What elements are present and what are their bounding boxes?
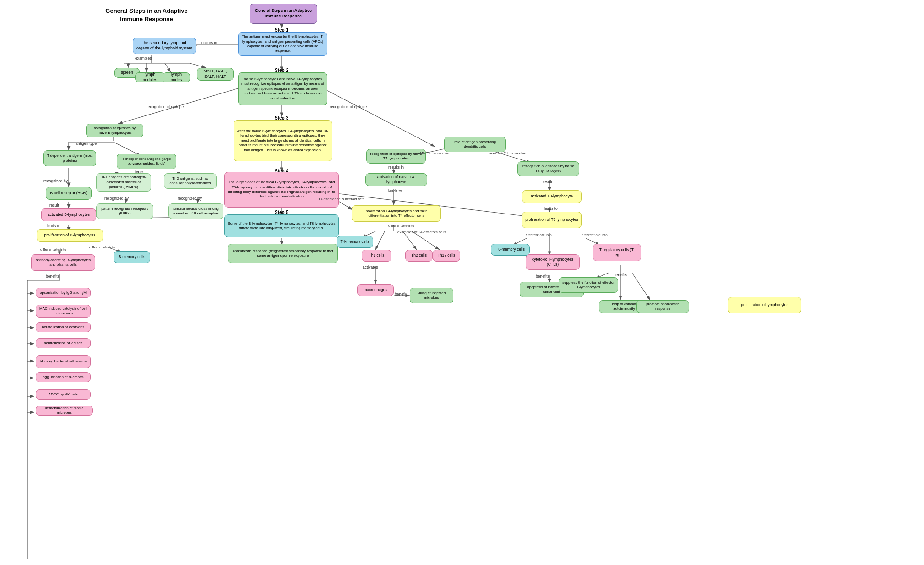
t4-effector-interact-label: T4 effector cells interact with bbox=[318, 197, 364, 201]
memory-cells-text-node: Some of the B-lymphocytes, T4-lymphocyte… bbox=[224, 214, 339, 237]
uses-mhc1-label: uses MHC-I molecules bbox=[489, 151, 526, 155]
ti2-node: TI-2 antigens, such as capsular polysacc… bbox=[164, 173, 217, 189]
mac-node: MAC-induced cytolysis of cell membranes bbox=[36, 305, 91, 318]
svg-line-12 bbox=[321, 87, 435, 147]
diff-into3-label: differentiate into bbox=[388, 224, 414, 228]
recog-epitope-right-label: recognition of epitope bbox=[330, 104, 367, 109]
leads-to1-label: leads to bbox=[47, 224, 60, 228]
macrophages-node: macrophages bbox=[357, 284, 394, 296]
benefit-label: benefit bbox=[395, 292, 407, 296]
result-label: result bbox=[49, 203, 59, 208]
b-memory-node: B-memory cells bbox=[114, 251, 150, 263]
naive-blymph-node: Naïve B-lymphocytes and naive T4-lymphoc… bbox=[238, 72, 327, 105]
svg-line-51 bbox=[412, 231, 440, 250]
malt-node: MALT, GALT, SALT, NALT bbox=[197, 68, 234, 81]
t-independent-node: T-independent antigens (large polysaccha… bbox=[117, 154, 176, 169]
th1-node: Th1 cells bbox=[362, 250, 391, 262]
th17-node: Th17 cells bbox=[433, 250, 460, 262]
anamnestic-node: anamnestic response (heightened secondar… bbox=[228, 244, 338, 263]
bcr-node: B-cell receptor (BCR) bbox=[46, 187, 92, 200]
svg-line-49 bbox=[375, 231, 385, 250]
suppress-t-node: suppress the function of effector T-lymp… bbox=[559, 277, 618, 293]
activated-t8-node: activated T8-lymphocyte bbox=[522, 190, 582, 203]
neutralization-exotoxins-node: neutralization of exotoxins bbox=[36, 322, 91, 332]
antigen-presenting-dc-node: role of antigen-presenting dendritic cel… bbox=[444, 137, 506, 152]
opsonization-node: opsonization by IgG and IgM bbox=[36, 288, 91, 298]
diff-into4-label: differentiate into bbox=[526, 233, 552, 237]
lymph-nodules-node: lymph nodules bbox=[135, 72, 165, 82]
effector-cells-node: The large clones of identical B-lymphocy… bbox=[224, 172, 339, 208]
leads-to3-label: leads to bbox=[544, 206, 558, 211]
svg-line-7 bbox=[165, 63, 171, 72]
t4-memory-node: T4-memory cells bbox=[337, 236, 373, 248]
th2-node: Th2 cells bbox=[405, 250, 433, 262]
svg-line-67 bbox=[632, 273, 650, 300]
recog-epitope-left-label: recognition of epitope bbox=[147, 104, 184, 109]
antibody-b-node: antibody-secreting B-lymphocytes and pla… bbox=[31, 254, 95, 271]
prolif-t8-node: proliferation of T8 lymphocytes bbox=[522, 212, 582, 228]
results-in-label: results in bbox=[388, 165, 404, 170]
secondary-lymphoid-node: the secondary lymphoid organs of the lym… bbox=[133, 38, 196, 54]
adcc-node: ADCC by NK cells bbox=[36, 389, 91, 400]
prolif-t4-node: proliferation T4-lymphocytes and their d… bbox=[352, 205, 441, 222]
activated-b-node: activated B-lymphocytes bbox=[41, 208, 96, 221]
header-node: General Steps in an Adaptive Immune Resp… bbox=[250, 4, 317, 24]
leads-to2-label: leads to bbox=[388, 189, 402, 193]
page-title: General Steps in an Adaptive Immune Resp… bbox=[96, 7, 197, 23]
benefits3-label: benefits bbox=[614, 273, 627, 277]
immobilization-node: immobilization of motile microbes bbox=[36, 406, 93, 416]
lymph-nodes-node: lymph nodes bbox=[163, 72, 190, 82]
t8-memory-node: T8-memory cells bbox=[491, 244, 530, 256]
t-reg-node: T-regulatory cells (T-reg) bbox=[593, 244, 641, 261]
diff-into2-label: differentiate into bbox=[89, 245, 115, 249]
antigen-encounter-node: The antigen must encounter the B-lymphoc… bbox=[238, 32, 327, 56]
cross-link-node: simultaneously cross-linking a number of… bbox=[168, 203, 223, 219]
ctls-node: cytotoxic T-lymphocytes (CTLs) bbox=[526, 254, 580, 270]
benefits2-label: benefits bbox=[536, 274, 549, 279]
neutralization-viruses-node: neutralization of viruses bbox=[36, 338, 91, 348]
t-dependent-node: T-dependent antigens (most proteins) bbox=[43, 150, 96, 166]
agglutination-node: agglutination of microbes bbox=[36, 372, 91, 382]
result2-label: result bbox=[543, 180, 552, 184]
promote-anamnestic-node: promote anamnestic response bbox=[636, 300, 689, 313]
prolif-b-node: proliferation of B-lymphocytes bbox=[37, 229, 103, 242]
prr-node: pattern-recognition receptors (PRRs) bbox=[96, 203, 153, 219]
recog-by2-label: recognized by bbox=[104, 196, 129, 201]
diff-into5-label: differentiate into bbox=[582, 233, 608, 237]
clonal-expansion-node: After the naïve B-lymphocytes, T4-lympho… bbox=[234, 120, 332, 161]
antigen-type-label: antigen type bbox=[76, 141, 97, 146]
killing-microbes-node: killing of ingested microbes bbox=[410, 288, 453, 303]
examples-label: examples bbox=[135, 56, 152, 60]
diff-into1-label: differentiate into bbox=[40, 247, 66, 252]
activates-label: activates bbox=[363, 265, 378, 269]
activation-t4-node: activation of naïve T4-lymphocyte bbox=[365, 173, 427, 186]
recog-by1-label: recognized by bbox=[43, 179, 68, 183]
svg-line-50 bbox=[403, 231, 417, 250]
benefits1-label: benefits bbox=[46, 274, 60, 279]
prolif-lymphocytes-node: proliferation of lymphocytes bbox=[728, 297, 801, 313]
recog-epitopes-t8-node: recognition of epitopes by naïve T8-lymp… bbox=[517, 161, 579, 176]
recog-by3-label: recognized by bbox=[178, 196, 202, 201]
examples-t4-label: examples of T4-effectors cells bbox=[397, 230, 446, 234]
blocking-bacterial-node: blocking bacterial adherence bbox=[36, 355, 91, 368]
recog-epitopes-b-node: recognition of epitopes by naïve B-lymph… bbox=[86, 124, 143, 137]
uses-mhc2-label: uses MHC-II molecules bbox=[411, 151, 449, 155]
svg-line-8 bbox=[190, 63, 206, 68]
ti1-node: TI-1 antigens are pathogen- associated m… bbox=[96, 173, 151, 192]
occurs-in-label: occurs in bbox=[201, 40, 217, 45]
